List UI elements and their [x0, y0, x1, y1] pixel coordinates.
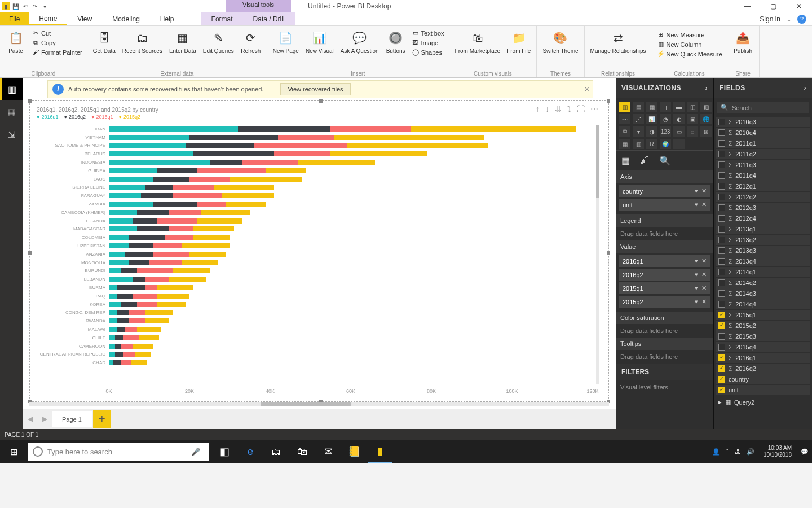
field-item[interactable]: Σ2015q2: [716, 321, 810, 331]
tab-help[interactable]: Help: [150, 12, 184, 25]
drill-up-icon[interactable]: ↑: [536, 104, 540, 113]
bar-stack[interactable]: [109, 168, 593, 173]
chevron-down-icon[interactable]: ⌄: [786, 15, 792, 23]
bar-segment[interactable]: [129, 318, 145, 323]
publish-button[interactable]: 📤Publish: [731, 27, 756, 54]
bar-stack[interactable]: [109, 160, 593, 165]
pill-dropdown-icon[interactable]: ▾: [695, 187, 698, 195]
qat-dropdown-icon[interactable]: ▾: [41, 2, 48, 10]
bar-segment[interactable]: [109, 327, 117, 332]
bar-segment[interactable]: [133, 294, 157, 299]
field-item[interactable]: Σ2010q3: [716, 117, 810, 127]
visual-type-icon[interactable]: ⧉: [619, 126, 630, 137]
bar-stack[interactable]: [109, 268, 593, 273]
close-button[interactable]: ✕: [786, 0, 812, 12]
collapse-fields-icon[interactable]: ›: [804, 84, 807, 92]
field-item[interactable]: Σ2013q4: [716, 256, 810, 266]
bar-segment[interactable]: [113, 360, 121, 365]
minimize-button[interactable]: —: [734, 0, 760, 12]
field-item[interactable]: Σ2016q2: [716, 364, 810, 374]
field-checkbox[interactable]: [718, 237, 725, 243]
bar-segment[interactable]: [129, 310, 145, 315]
bar-segment[interactable]: [274, 151, 330, 156]
bar-segment[interactable]: [157, 168, 197, 173]
bar-segment[interactable]: [137, 302, 157, 307]
bar-stack[interactable]: [109, 226, 593, 231]
visual-type-icon[interactable]: ◔: [660, 114, 671, 124]
bar-stack[interactable]: [109, 135, 593, 140]
redo-icon[interactable]: ↷: [31, 2, 39, 10]
bar-segment[interactable]: [157, 285, 193, 290]
notes-icon[interactable]: 📒: [342, 440, 367, 463]
pill-remove-icon[interactable]: ✕: [701, 284, 707, 292]
report-view-icon[interactable]: ▥: [0, 78, 23, 100]
notifications-icon[interactable]: 💬: [801, 448, 809, 456]
fields-search-input[interactable]: 🔍Search: [717, 102, 809, 113]
bar-segment[interactable]: [210, 160, 242, 165]
sign-in-link[interactable]: Sign in: [760, 15, 780, 23]
bar-segment[interactable]: [242, 160, 298, 165]
bar-stack[interactable]: [109, 252, 593, 257]
bar-segment[interactable]: [117, 310, 129, 315]
field-item[interactable]: Σ2014q3: [716, 288, 810, 299]
field-checkbox[interactable]: [718, 301, 725, 308]
more-options-icon[interactable]: ⋯: [590, 104, 598, 113]
tab-format[interactable]: Format: [201, 12, 243, 25]
bar-stack[interactable]: [109, 260, 593, 265]
visual-level-filters[interactable]: Visual level filters: [616, 380, 713, 394]
page-next-icon[interactable]: ▶: [37, 415, 52, 423]
bar-stack[interactable]: [109, 294, 593, 299]
format-painter-button[interactable]: 🖌Format Painter: [30, 48, 83, 57]
bar-segment[interactable]: [117, 285, 145, 290]
model-view-icon[interactable]: ⇲: [0, 123, 23, 146]
visual-type-icon[interactable]: 123: [660, 126, 671, 137]
bar-segment[interactable]: [182, 243, 230, 248]
tab-view[interactable]: View: [67, 12, 102, 25]
field-checkbox[interactable]: [718, 376, 725, 383]
chart-scrollbar-vertical[interactable]: [596, 125, 599, 384]
bar-segment[interactable]: [347, 143, 488, 148]
bar-stack[interactable]: [109, 177, 593, 182]
bar-segment[interactable]: [169, 210, 201, 215]
field-item[interactable]: Σ2013q3: [716, 246, 810, 256]
get-data-button[interactable]: 🗄Get Data: [91, 27, 118, 54]
bar-segment[interactable]: [141, 193, 173, 198]
visual-container[interactable]: 2016q1, 2016q2, 2015q1 and 2015q2 by cou…: [29, 100, 609, 402]
edge-icon[interactable]: e: [238, 440, 263, 463]
analytics-mode-icon[interactable]: 🔍: [659, 155, 670, 166]
legend-item[interactable]: 2015q2: [118, 114, 140, 120]
switch-theme-button[interactable]: 🎨Switch Theme: [540, 27, 580, 54]
tray-up-icon[interactable]: ˄: [726, 448, 729, 456]
bar-segment[interactable]: [109, 126, 238, 132]
bar-segment[interactable]: [117, 318, 129, 323]
bar-segment[interactable]: [109, 252, 125, 257]
bar-stack[interactable]: [109, 277, 593, 282]
bar-segment[interactable]: [109, 318, 117, 323]
visual-type-icon[interactable]: ▭: [673, 126, 685, 137]
pill-dropdown-icon[interactable]: ▾: [695, 284, 698, 292]
visual-type-icon[interactable]: ◫: [687, 102, 698, 112]
pill-remove-icon[interactable]: ✕: [701, 187, 707, 195]
bar-segment[interactable]: [109, 160, 210, 165]
bar-stack[interactable]: [109, 285, 593, 290]
field-item[interactable]: country: [716, 374, 810, 384]
bar-segment[interactable]: [121, 268, 137, 273]
bar-segment[interactable]: [135, 352, 151, 357]
bar-segment[interactable]: [137, 268, 173, 273]
field-item[interactable]: Σ2011q3: [716, 160, 810, 170]
new-column-button[interactable]: ▥New Column: [656, 40, 723, 49]
bar-segment[interactable]: [153, 243, 182, 248]
visual-type-icon[interactable]: ▧: [700, 102, 712, 112]
bar-segment[interactable]: [278, 135, 334, 140]
manage-relationships-button[interactable]: ⇄Manage Relationships: [588, 27, 648, 54]
tab-data-drill[interactable]: Data / Drill: [243, 12, 295, 25]
field-checkbox[interactable]: [718, 172, 725, 179]
bar-segment[interactable]: [169, 277, 205, 282]
field-item[interactable]: Σ2014q2: [716, 278, 810, 288]
field-checkbox[interactable]: [718, 279, 725, 286]
bar-segment[interactable]: [193, 226, 233, 231]
bar-segment[interactable]: [197, 218, 242, 224]
bar-segment[interactable]: [123, 352, 135, 357]
mic-icon[interactable]: 🎤: [187, 448, 204, 456]
bar-segment[interactable]: [330, 126, 411, 132]
